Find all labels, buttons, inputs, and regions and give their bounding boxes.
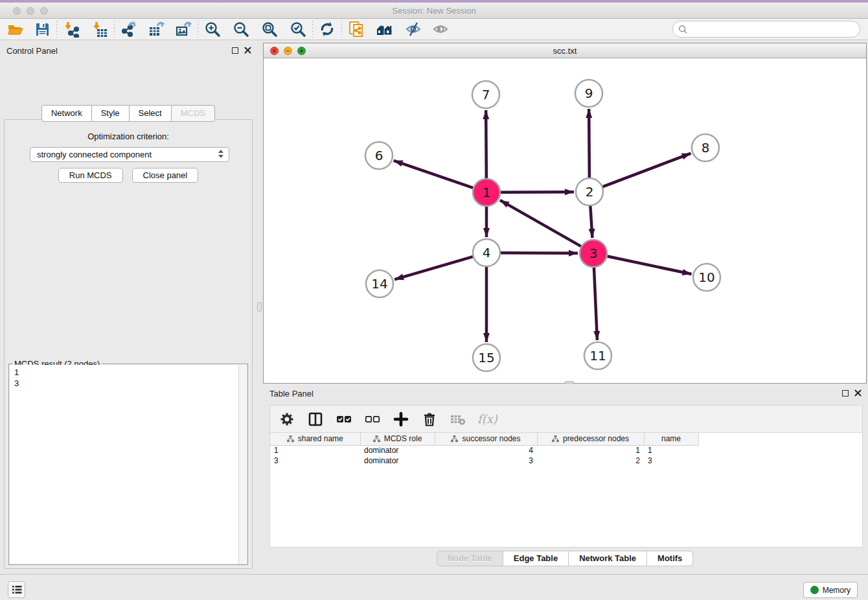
network-resize-handle[interactable] bbox=[565, 381, 574, 384]
import-network-icon[interactable] bbox=[62, 20, 81, 38]
search-box[interactable] bbox=[672, 21, 860, 38]
memory-status-icon bbox=[810, 586, 819, 594]
hierarchy-icon bbox=[451, 435, 458, 443]
export-table-icon[interactable] bbox=[146, 20, 166, 38]
close-table-panel-icon[interactable] bbox=[854, 389, 862, 397]
table-settings-icon[interactable] bbox=[278, 410, 296, 428]
float-panel-icon[interactable] bbox=[232, 47, 238, 54]
column-header-predecessor-nodes[interactable]: predecessor nodes bbox=[537, 433, 644, 445]
zoom-in-icon[interactable] bbox=[203, 20, 222, 38]
graph-node-14[interactable]: 14 bbox=[366, 270, 393, 297]
edge-4-14[interactable] bbox=[394, 257, 473, 279]
node-table[interactable]: shared nameMCDS rolesuccessor nodesprede… bbox=[269, 433, 863, 548]
result-scrollbar[interactable] bbox=[238, 365, 247, 564]
network-overview-icon[interactable] bbox=[375, 20, 394, 38]
edge-3-10[interactable] bbox=[608, 257, 692, 274]
edge-1-7[interactable] bbox=[486, 110, 486, 178]
tab-edge-table[interactable]: Edge Table bbox=[503, 551, 569, 566]
graph-node-11[interactable]: 11 bbox=[584, 342, 611, 369]
table-cell[interactable]: 4 bbox=[435, 445, 537, 456]
zoom-out-icon[interactable] bbox=[231, 20, 251, 38]
graph-node-3[interactable]: 3 bbox=[580, 240, 607, 267]
graph-node-2[interactable]: 2 bbox=[576, 178, 603, 205]
tab-select[interactable]: Select bbox=[130, 105, 172, 122]
export-network-icon[interactable] bbox=[119, 20, 139, 38]
tab-network[interactable]: Network bbox=[41, 105, 92, 122]
edge-3-1[interactable] bbox=[500, 200, 581, 246]
tab-mcds[interactable]: MCDS bbox=[172, 105, 215, 122]
edge-1-6[interactable] bbox=[394, 161, 473, 188]
task-history-button[interactable] bbox=[8, 581, 25, 598]
table-toolbar: f(x) bbox=[269, 405, 863, 433]
graph-node-6[interactable]: 6 bbox=[365, 142, 393, 169]
float-table-panel-icon[interactable] bbox=[842, 390, 849, 397]
tab-style[interactable]: Style bbox=[92, 105, 130, 122]
node-label-4: 4 bbox=[483, 245, 491, 260]
column-header-shared-name[interactable]: shared name bbox=[270, 433, 360, 445]
memory-button[interactable]: Memory bbox=[803, 582, 858, 598]
zoom-selected-icon[interactable] bbox=[288, 20, 308, 38]
table-cell[interactable]: dominator bbox=[360, 456, 435, 466]
function-builder-icon[interactable]: f(x) bbox=[477, 412, 497, 426]
table-cell[interactable]: 1 bbox=[644, 445, 698, 456]
graph-node-4[interactable]: 4 bbox=[473, 239, 500, 266]
run-mcds-button[interactable]: Run MCDS bbox=[58, 168, 123, 183]
delete-table-icon[interactable] bbox=[449, 410, 467, 428]
network-window-titlebar[interactable]: × − + scc.txt bbox=[264, 43, 866, 58]
graph-node-10[interactable]: 10 bbox=[693, 264, 720, 291]
criterion-select[interactable]: strongly connected component bbox=[30, 147, 229, 162]
close-panel-icon[interactable] bbox=[244, 47, 251, 54]
panel-splitter-handle[interactable] bbox=[257, 302, 262, 312]
edge-2-8[interactable] bbox=[603, 154, 691, 187]
optimization-criterion-label: Optimization criterion: bbox=[5, 132, 252, 141]
deselect-all-icon[interactable] bbox=[363, 410, 382, 428]
table-cell[interactable]: 2 bbox=[537, 456, 644, 466]
tab-node-table[interactable]: Node Table bbox=[437, 551, 503, 566]
table-row[interactable]: 3dominator323 bbox=[270, 456, 698, 466]
hide-selected-icon[interactable] bbox=[404, 20, 423, 38]
column-header-name[interactable]: name bbox=[644, 433, 698, 445]
close-panel-button[interactable]: Close panel bbox=[132, 168, 199, 183]
add-icon[interactable] bbox=[392, 410, 410, 428]
show-all-icon[interactable] bbox=[431, 20, 450, 38]
zoom-fit-icon[interactable] bbox=[260, 20, 279, 38]
graph-node-9[interactable]: 9 bbox=[575, 80, 602, 107]
node-label-2: 2 bbox=[586, 184, 594, 200]
edge-3-11[interactable] bbox=[594, 268, 597, 340]
table-cell[interactable]: 1 bbox=[270, 445, 360, 456]
duplicate-network-icon[interactable] bbox=[347, 20, 366, 38]
export-image-icon[interactable] bbox=[174, 20, 193, 38]
tab-network-table[interactable]: Network Table bbox=[569, 551, 647, 566]
search-input[interactable] bbox=[691, 23, 860, 36]
graph-node-8[interactable]: 8 bbox=[692, 134, 719, 161]
graph-node-7[interactable]: 7 bbox=[472, 81, 499, 108]
table-cell[interactable]: 3 bbox=[644, 456, 698, 466]
save-session-icon[interactable] bbox=[32, 20, 52, 38]
edge-1-2[interactable] bbox=[501, 192, 574, 192]
table-cell[interactable]: 1 bbox=[537, 445, 644, 456]
select-all-icon[interactable] bbox=[335, 410, 353, 428]
edge-2-9[interactable] bbox=[589, 109, 589, 178]
status-bar: Memory bbox=[0, 574, 868, 600]
edge-4-3[interactable] bbox=[501, 253, 578, 253]
graph-node-15[interactable]: 15 bbox=[473, 344, 500, 371]
mcds-result-list[interactable]: 13 bbox=[10, 365, 238, 564]
graph-node-1[interactable]: 1 bbox=[473, 179, 500, 206]
network-canvas[interactable]: 7968124314101511 bbox=[264, 58, 866, 383]
table-cell[interactable]: 3 bbox=[270, 456, 360, 466]
show-columns-icon[interactable] bbox=[306, 410, 325, 428]
network-graph[interactable]: 7968124314101511 bbox=[264, 58, 866, 383]
open-session-icon[interactable] bbox=[5, 20, 25, 38]
table-cell[interactable]: 3 bbox=[435, 456, 537, 466]
mcds-tab-content: Optimization criterion: strongly connect… bbox=[4, 119, 253, 569]
edge-2-3[interactable] bbox=[590, 206, 592, 238]
tab-motifs[interactable]: Motifs bbox=[647, 551, 693, 566]
column-header-successor-nodes[interactable]: successor nodes bbox=[435, 433, 537, 445]
apply-layout-icon[interactable] bbox=[317, 20, 337, 38]
table-panel-title: Table Panel bbox=[269, 389, 314, 398]
import-table-icon[interactable] bbox=[90, 20, 109, 38]
table-cell[interactable]: dominator bbox=[360, 445, 435, 456]
table-row[interactable]: 1dominator411 bbox=[270, 445, 698, 456]
delete-icon[interactable] bbox=[420, 410, 439, 428]
column-header-MCDS-role[interactable]: MCDS role bbox=[360, 433, 435, 445]
